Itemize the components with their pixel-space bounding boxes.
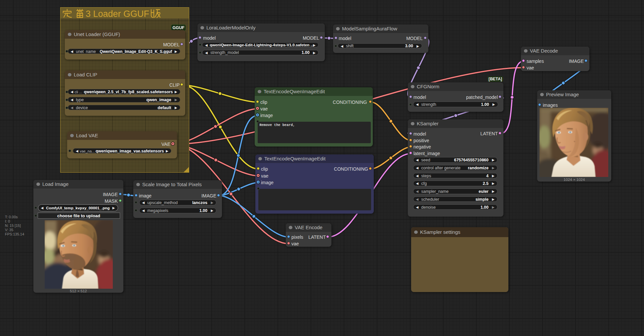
svg-text:3 Loader GGUF: 3 Loader GGUF <box>86 9 149 19</box>
